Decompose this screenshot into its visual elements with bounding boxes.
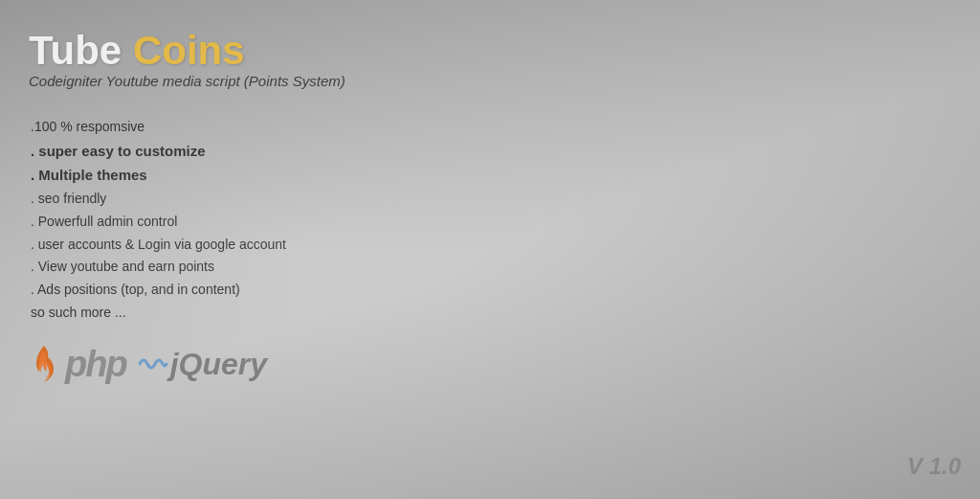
feature-item: . user accounts & Login via google accou…: [29, 234, 412, 257]
php-logo: php: [29, 344, 126, 385]
feature-item: . seo friendly: [29, 188, 412, 211]
title-youtube: Tube: [29, 28, 122, 73]
php-text: php: [65, 344, 126, 385]
feature-item: . View youtube and earn points: [29, 256, 412, 279]
version-badge: V 1.0: [907, 453, 961, 480]
jquery-wave-icon: [136, 347, 170, 381]
feature-item: . Powerfull admin control: [29, 211, 412, 234]
title-coins: Coins: [133, 28, 245, 73]
jquery-logo: jQuery: [136, 347, 267, 382]
flame-icon: [29, 344, 59, 384]
logo-area: Tube Coins Codeigniter Youtube media scr…: [29, 29, 412, 108]
app-title: Tube Coins: [29, 29, 412, 73]
jquery-text: jQuery: [170, 347, 267, 382]
feature-item: . super easy to customize: [29, 139, 412, 164]
tech-bar: php jQuery: [29, 344, 412, 385]
left-panel: Tube Coins Codeigniter Youtube media scr…: [0, 0, 440, 404]
feature-item: . Ads positions (top, and in content): [29, 279, 412, 302]
app-subtitle: Codeigniter Youtube media script (Points…: [29, 73, 412, 89]
feature-item: . Multiple themes: [29, 163, 412, 188]
feature-item: so such more ...: [29, 302, 412, 325]
feature-item: .100 % respomsive: [29, 116, 412, 139]
features-list: .100 % respomsive . super easy to custom…: [29, 116, 412, 325]
